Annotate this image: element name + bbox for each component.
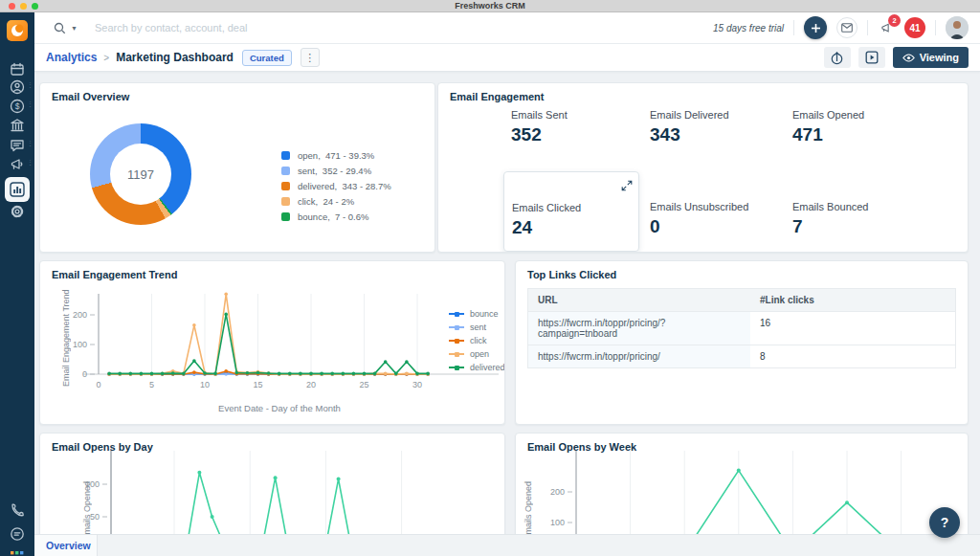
legend-swatch [281, 182, 290, 190]
legend-label: delivered, 343 - 28.7% [298, 181, 391, 191]
sidebar-item-apps-switcher[interactable] [0, 548, 34, 556]
notifications-count-badge[interactable]: 41 [904, 17, 925, 38]
contact-icon [9, 78, 26, 96]
sidebar-item-contacts[interactable]: ⋮ [0, 78, 34, 97]
breadcrumb-analytics-link[interactable]: Analytics [46, 51, 97, 64]
legend-label: click, 24 - 2% [298, 196, 354, 207]
emails-clicked-tile[interactable]: Emails Clicked24 [503, 171, 639, 252]
sidebar-item-campaigns[interactable]: ⋮ [0, 155, 34, 174]
metric-value: 0 [650, 216, 748, 237]
sidebar-item-settings[interactable] [0, 202, 34, 221]
trend-legend-item-click[interactable]: click [449, 334, 505, 347]
gear-icon [9, 203, 26, 220]
chat-icon [9, 137, 26, 154]
sidebar-item-phone[interactable] [0, 500, 34, 520]
y-tick-label: 100 [85, 479, 100, 489]
trend-legend-item-delivered[interactable]: delivered [449, 361, 505, 374]
export-icon [830, 51, 844, 65]
trend-legend-item-bounce[interactable]: bounce [449, 307, 505, 321]
legend-label: bounce [470, 309, 499, 319]
divider [867, 20, 868, 35]
dashboard-canvas: Email Overview 1197 open, 471 - 39.3%sen… [34, 72, 980, 534]
sidebar-item-accounts[interactable] [0, 116, 34, 135]
bottom-tab-bar: Overview [34, 534, 980, 556]
quick-add-button[interactable] [804, 16, 827, 39]
legend-label: delivered [470, 363, 505, 372]
divider [935, 20, 936, 35]
trial-text: 15 days free trial [713, 23, 784, 33]
sidebar-item-chat-support[interactable] [0, 524, 34, 544]
phone-icon [9, 501, 26, 519]
sidebar-item-analytics[interactable] [5, 177, 30, 202]
donut-legend-item-open[interactable]: open, 471 - 39.3% [281, 150, 391, 161]
metric-emails-opened[interactable]: Emails Opened471 [792, 109, 864, 145]
donut-legend-item-sent[interactable]: sent, 352 - 29.4% [281, 166, 391, 176]
sidebar-item-deals[interactable]: $ ⋮ [0, 97, 34, 116]
url-cell: https://fwcrm.in/toppr/pricing/?campaign… [528, 312, 750, 345]
email-overview-card: Email Overview 1197 open, 471 - 39.3%sen… [39, 82, 435, 253]
series-line-delivered [109, 314, 428, 373]
legend-swatch [281, 212, 290, 221]
metric-value: 343 [650, 124, 729, 145]
metric-value: 24 [512, 217, 581, 238]
sidebar: ⋮ $ ⋮ ⋮ ⋮ [0, 12, 34, 556]
metric-emails-unsubscribed[interactable]: Emails Unsubscribed0 [650, 201, 748, 237]
search-input[interactable] [93, 21, 399, 34]
column-header-link-clicks: #Link clicks [750, 289, 955, 311]
search-scope-caret-icon[interactable]: ▼ [71, 25, 78, 32]
y-tick-label: 0 [82, 369, 87, 379]
legend-marker [449, 365, 464, 371]
legend-swatch [281, 167, 290, 175]
metric-emails-clicked[interactable]: Emails Clicked24 [512, 202, 581, 238]
metric-value: 7 [792, 216, 869, 237]
presentation-button[interactable] [858, 47, 885, 68]
dashboard-options-button[interactable]: ⋮ [301, 48, 320, 67]
donut-legend-item-delivered[interactable]: delivered, 343 - 28.7% [281, 181, 391, 191]
table-header-row: URL #Link clicks [527, 288, 956, 312]
metric-label: Emails Unsubscribed [650, 201, 748, 212]
email-opens-by-day-card: Email Opens by Day Total Emails Opened 5… [39, 433, 505, 534]
expand-icon[interactable] [621, 178, 633, 195]
table-row: https://fwcrm.in/toppr/pricing/8 [527, 345, 956, 368]
metric-emails-sent[interactable]: Emails Sent352 [511, 109, 568, 145]
donut-legend: open, 471 - 39.3%sent, 352 - 29.4%delive… [281, 150, 391, 227]
table-row: https://fwcrm.in/toppr/pricing/?campaign… [527, 312, 956, 345]
macos-titlebar: Freshworks CRM [0, 0, 980, 12]
user-avatar[interactable] [946, 16, 969, 39]
viewing-button[interactable]: Viewing [893, 47, 969, 68]
metric-emails-bounced[interactable]: Emails Bounced7 [792, 201, 869, 237]
top-links-clicked-card: Top Links Clicked URL #Link clicks https… [515, 260, 969, 425]
freshworks-logo[interactable] [7, 20, 28, 41]
apps-grid-icon [10, 550, 25, 556]
opens-by-day-line-chart[interactable]: 50100 [40, 447, 504, 534]
sidebar-item-calendar[interactable] [0, 59, 34, 78]
legend-marker [449, 311, 464, 318]
metric-emails-delivered[interactable]: Emails Delivered343 [650, 109, 729, 145]
tab-overview[interactable]: Overview [34, 535, 98, 556]
calendar-icon [9, 60, 26, 78]
sidebar-item-conversations[interactable]: ⋮ [0, 136, 34, 155]
global-search[interactable]: ▼ [34, 21, 713, 34]
opens-by-week-line-chart[interactable]: 100200 [516, 447, 968, 534]
donut-legend-item-click[interactable]: click, 24 - 2% [281, 196, 391, 207]
legend-label: open [470, 349, 489, 359]
export-button[interactable] [824, 47, 851, 68]
metric-label: Emails Bounced [792, 201, 869, 212]
legend-marker [449, 338, 464, 345]
email-button[interactable] [836, 17, 858, 38]
trend-legend-item-open[interactable]: open [449, 347, 505, 361]
link-clicks-cell: 16 [750, 312, 955, 345]
card-title: Top Links Clicked [527, 269, 616, 280]
window-title: Freshworks CRM [0, 0, 980, 12]
donut-legend-item-bounce[interactable]: bounce, 7 - 0.6% [281, 211, 391, 222]
help-button[interactable]: ? [929, 507, 960, 538]
trend-x-axis-label: Event Date - Day of the Month [98, 403, 461, 413]
whats-new-button[interactable]: 2 [878, 19, 895, 36]
trend-line-chart[interactable]: 0100200051015202530 [40, 275, 504, 403]
x-tick-label: 25 [359, 380, 368, 389]
metric-label: Emails Sent [511, 109, 568, 121]
trend-legend-item-sent[interactable]: sent [449, 321, 505, 334]
x-tick-label: 30 [412, 380, 422, 389]
play-box-icon [865, 51, 879, 64]
metric-value: 471 [792, 124, 864, 145]
